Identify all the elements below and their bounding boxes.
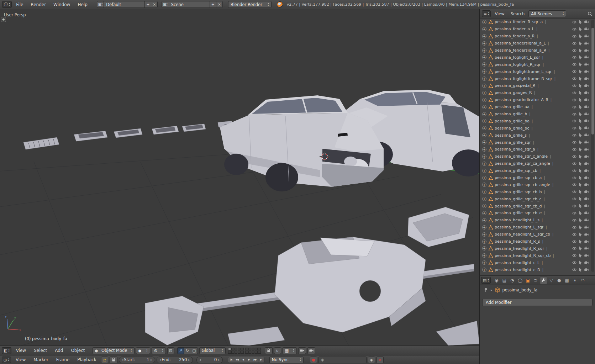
visibility-eye-icon[interactable] — [572, 97, 577, 102]
expand-toggle-icon[interactable]: + — [482, 77, 486, 81]
visibility-eye-icon[interactable] — [572, 41, 577, 46]
outliner-item[interactable]: + pessima_grille_sqr_c_angle | — [480, 153, 595, 160]
renderable-camera-icon[interactable] — [584, 196, 589, 201]
outliner-item[interactable]: + pessima_grille_b | — [480, 111, 595, 118]
editor-type-button-outliner[interactable]: ≡ ▴▾ — [482, 10, 491, 17]
renderable-camera-icon[interactable] — [584, 175, 589, 180]
visibility-eye-icon[interactable] — [572, 147, 577, 152]
selectable-cursor-icon[interactable] — [578, 62, 583, 67]
outliner-item[interactable]: + pessima_fender_R_sqr_a | — [480, 19, 595, 26]
current-frame-field[interactable]: ◂ 0 ▸ — [196, 357, 223, 363]
selectable-cursor-icon[interactable] — [578, 204, 583, 209]
auto-keyframe-record-button[interactable]: ● — [310, 357, 317, 363]
layer-7-toggle[interactable] — [231, 351, 234, 354]
outliner-item[interactable]: + pessima_grille_sqr_cb_a | — [480, 174, 595, 181]
expand-toggle-icon[interactable]: + — [482, 239, 486, 244]
timeline-menu-marker[interactable]: Marker — [30, 357, 51, 362]
visibility-eye-icon[interactable] — [572, 161, 577, 166]
renderable-camera-icon[interactable] — [584, 90, 589, 95]
renderable-camera-icon[interactable] — [584, 218, 589, 223]
visibility-eye-icon[interactable] — [572, 168, 577, 173]
renderable-camera-icon[interactable] — [584, 225, 589, 230]
outliner-item[interactable]: + pessima_fendersignal_a_R | — [480, 47, 595, 54]
layer-20-toggle[interactable] — [258, 351, 261, 354]
visibility-eye-icon[interactable] — [572, 90, 577, 95]
outliner-item[interactable]: + pessima_grille_sqr_cb_b | — [480, 188, 595, 195]
expand-toggle-icon[interactable]: + — [482, 218, 486, 222]
renderable-camera-icon[interactable] — [584, 48, 589, 53]
selectable-cursor-icon[interactable] — [578, 105, 583, 110]
outliner-item[interactable]: + pessima_fender_a_R | — [480, 33, 595, 40]
renderable-camera-icon[interactable] — [584, 140, 589, 145]
visibility-eye-icon[interactable] — [572, 246, 577, 251]
expand-toggle-icon[interactable]: + — [482, 204, 486, 208]
manipulator-scale-toggle[interactable]: ▢ — [191, 347, 198, 354]
opengl-render-still-button[interactable] — [298, 347, 306, 354]
modifiers-tab[interactable] — [540, 276, 547, 284]
layer-16-toggle[interactable] — [245, 351, 248, 354]
screen-layout-add-button[interactable]: + — [144, 1, 151, 8]
visibility-eye-icon[interactable] — [572, 83, 577, 88]
expand-toggle-icon[interactable]: + — [482, 20, 486, 24]
expand-toggle-icon[interactable]: + — [482, 41, 486, 46]
renderable-camera-icon[interactable] — [584, 232, 589, 237]
insert-keyframe-button[interactable]: ◈ — [368, 357, 375, 363]
layer-18-toggle[interactable] — [252, 351, 254, 354]
renderable-camera-icon[interactable] — [584, 246, 589, 251]
layer-14-toggle[interactable] — [255, 348, 258, 350]
outliner-item[interactable]: + pessima_headlight_c_R | — [480, 266, 595, 273]
outliner-item[interactable]: + pessima_foglight_R_sqr | — [480, 61, 595, 68]
visibility-eye-icon[interactable] — [572, 27, 577, 32]
opengl-render-animation-button[interactable] — [307, 347, 315, 354]
3d-scene-canvas[interactable] — [0, 9, 479, 345]
viewport-shading-dropdown[interactable]: ● ▴▾ — [136, 347, 150, 354]
layer-13-toggle[interactable] — [252, 348, 254, 350]
outliner-item[interactable]: + pessima_grille_sqr_cb_e | — [480, 210, 595, 217]
selectable-cursor-icon[interactable] — [578, 90, 583, 95]
expand-toggle-icon[interactable]: + — [482, 246, 486, 250]
visibility-eye-icon[interactable] — [572, 133, 577, 138]
play-button[interactable]: ▶ — [246, 357, 252, 363]
pin-icon[interactable] — [483, 287, 489, 293]
expand-toggle-icon[interactable]: + — [482, 154, 486, 159]
renderable-camera-icon[interactable] — [584, 20, 589, 25]
renderable-camera-icon[interactable] — [584, 189, 589, 194]
renderable-camera-icon[interactable] — [584, 182, 589, 187]
renderable-camera-icon[interactable] — [584, 126, 589, 131]
visibility-eye-icon[interactable] — [572, 267, 577, 272]
renderable-camera-icon[interactable] — [584, 118, 589, 123]
visibility-eye-icon[interactable] — [572, 48, 577, 53]
outliner-display-mode-dropdown[interactable]: All Scenes ▴▾ — [528, 10, 566, 17]
search-icon[interactable] — [587, 11, 593, 17]
layer-12-toggle[interactable] — [248, 348, 251, 350]
outliner-item[interactable]: + pessima_headlight_L_s | — [480, 217, 595, 224]
renderable-camera-icon[interactable] — [584, 76, 589, 81]
scene-add-button[interactable]: + — [210, 1, 216, 8]
manipulator-translate-toggle[interactable]: ↗ — [177, 347, 184, 354]
add-modifier-button[interactable]: Add Modifier — [482, 299, 593, 306]
selectable-cursor-icon[interactable] — [578, 20, 583, 25]
outliner-menu-view[interactable]: View — [493, 11, 506, 16]
visibility-eye-icon[interactable] — [572, 189, 577, 194]
menu-window[interactable]: Window — [50, 2, 73, 7]
selectable-cursor-icon[interactable] — [578, 161, 583, 166]
outliner-item[interactable]: + pessima_grille_ba | — [480, 117, 595, 125]
renderable-camera-icon[interactable] — [584, 55, 589, 60]
selectable-cursor-icon[interactable] — [578, 246, 583, 251]
expand-toggle-icon[interactable]: + — [482, 112, 486, 116]
outliner-item[interactable]: + pessima_headlight_L_sqr_cb | — [480, 231, 595, 238]
expand-toggle-icon[interactable]: + — [482, 62, 486, 67]
visibility-eye-icon[interactable] — [572, 126, 577, 131]
world-tab[interactable]: ◯ — [516, 276, 524, 284]
outliner-item[interactable]: + pessima_headlight_R_sqr_cb | — [480, 252, 595, 259]
selectable-cursor-icon[interactable] — [578, 189, 583, 194]
expand-toggle-icon[interactable]: + — [482, 126, 486, 130]
visibility-eye-icon[interactable] — [572, 175, 577, 180]
layer-6-toggle[interactable] — [228, 351, 231, 354]
viewport-menu-object[interactable]: Object — [68, 348, 88, 353]
play-reverse-button[interactable]: ◀ — [240, 357, 246, 363]
selectable-cursor-icon[interactable] — [578, 97, 583, 102]
expand-toggle-icon[interactable]: + — [482, 84, 486, 88]
editor-type-button-3dview[interactable]: ◧ ▴▾ — [2, 347, 11, 354]
timeline-menu-frame[interactable]: Frame — [53, 357, 73, 362]
